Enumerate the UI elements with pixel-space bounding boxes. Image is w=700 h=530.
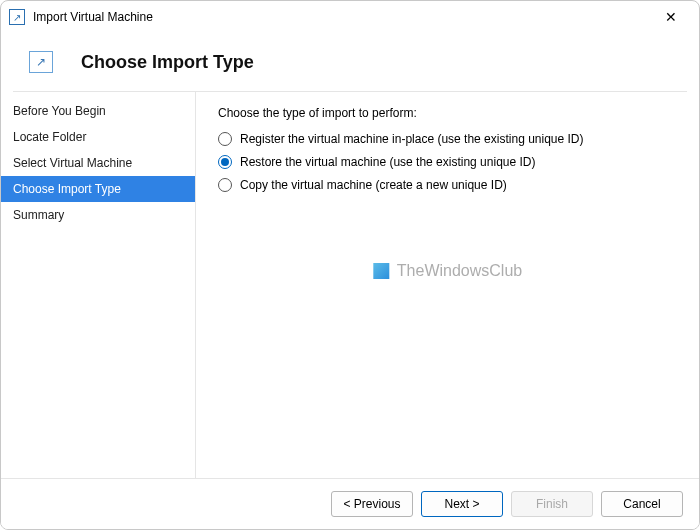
option-register[interactable]: Register the virtual machine in-place (u… xyxy=(218,132,679,146)
prompt-text: Choose the type of import to perform: xyxy=(218,106,679,120)
page-title: Choose Import Type xyxy=(81,52,254,73)
watermark: TheWindowsClub xyxy=(373,262,522,280)
close-button[interactable]: ✕ xyxy=(651,1,691,33)
step-select-vm[interactable]: Select Virtual Machine xyxy=(1,150,195,176)
content: Choose the type of import to perform: Re… xyxy=(196,92,699,478)
wizard-window: ↗ Import Virtual Machine ✕ ↗ Choose Impo… xyxy=(0,0,700,530)
footer: < Previous Next > Finish Cancel xyxy=(1,478,699,529)
sidebar: Before You Begin Locate Folder Select Vi… xyxy=(1,92,196,478)
titlebar: ↗ Import Virtual Machine ✕ xyxy=(1,1,699,33)
radio-icon xyxy=(218,178,232,192)
app-icon: ↗ xyxy=(9,9,25,25)
step-summary[interactable]: Summary xyxy=(1,202,195,228)
body: Before You Begin Locate Folder Select Vi… xyxy=(1,92,699,478)
option-copy[interactable]: Copy the virtual machine (create a new u… xyxy=(218,178,679,192)
import-icon: ↗ xyxy=(29,51,53,73)
logo-icon xyxy=(373,263,389,279)
radio-icon xyxy=(218,132,232,146)
step-locate-folder[interactable]: Locate Folder xyxy=(1,124,195,150)
radio-icon xyxy=(218,155,232,169)
option-label: Register the virtual machine in-place (u… xyxy=(240,132,584,146)
finish-button: Finish xyxy=(511,491,593,517)
step-choose-import-type[interactable]: Choose Import Type xyxy=(1,176,195,202)
next-button[interactable]: Next > xyxy=(421,491,503,517)
watermark-text: TheWindowsClub xyxy=(397,262,522,280)
option-restore[interactable]: Restore the virtual machine (use the exi… xyxy=(218,155,679,169)
option-label: Copy the virtual machine (create a new u… xyxy=(240,178,507,192)
window-title: Import Virtual Machine xyxy=(33,10,651,24)
step-before-you-begin[interactable]: Before You Begin xyxy=(1,98,195,124)
header: ↗ Choose Import Type xyxy=(1,33,699,91)
cancel-button[interactable]: Cancel xyxy=(601,491,683,517)
option-label: Restore the virtual machine (use the exi… xyxy=(240,155,535,169)
previous-button[interactable]: < Previous xyxy=(331,491,413,517)
